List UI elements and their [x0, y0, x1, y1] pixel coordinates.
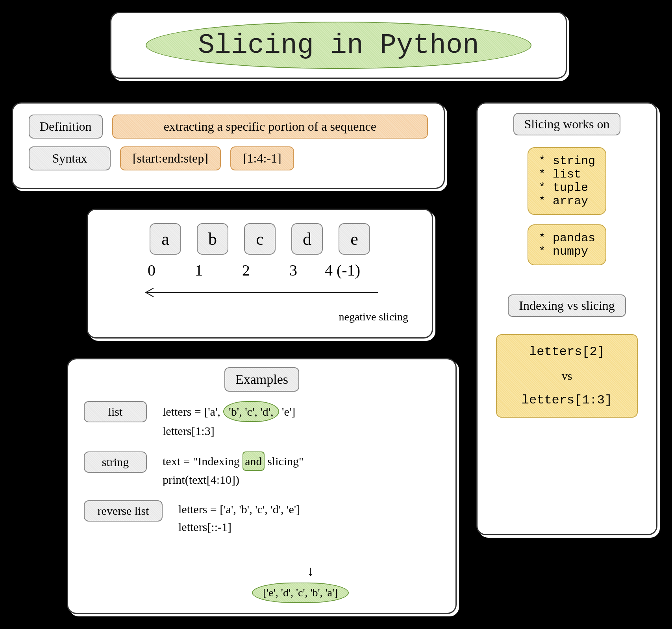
definition-label: Definition: [29, 115, 103, 139]
example-string-code: text = "Indexing and slicing" print(text…: [163, 451, 304, 488]
list-highlight: 'b', 'c', 'd',: [223, 401, 279, 422]
syntax-row: Syntax [start:end:step] [1:4:-1]: [29, 146, 428, 170]
down-arrow-icon: ↓: [307, 563, 314, 579]
definition-row: Definition extracting a specific portion…: [29, 115, 428, 139]
works-on-group2: * pandas * numpy: [528, 224, 606, 265]
letters-row: a b c d e: [104, 223, 416, 255]
definition-text: extracting a specific portion of a seque…: [112, 115, 428, 139]
index-cell: 2: [230, 261, 262, 279]
page-title: Slicing in Python: [198, 30, 479, 61]
index-cell: 3: [278, 261, 309, 279]
works-on-group1: * string * list * tuple * array: [528, 147, 606, 215]
title-panel: Slicing in Python: [110, 12, 567, 79]
syntax-pattern: [start:end:step]: [120, 146, 221, 170]
last-index-cell: 4 (-1): [325, 261, 384, 279]
works-on-heading: Slicing works on: [513, 113, 621, 135]
letter-box: d: [291, 223, 323, 255]
definition-panel: Definition extracting a specific portion…: [12, 102, 445, 189]
examples-heading: Examples: [224, 367, 299, 392]
example-string-label: string: [84, 451, 147, 473]
example-reverse-row: reverse list letters = ['a', 'b', 'c', '…: [84, 500, 440, 536]
example-list-code: letters = ['a', 'b', 'c', 'd', 'e'] lett…: [163, 401, 295, 440]
syntax-example: [1:4:-1]: [230, 146, 294, 170]
string-highlight: and: [243, 451, 264, 471]
negative-arrow: [138, 287, 382, 298]
examples-panel: Examples list letters = ['a', 'b', 'c', …: [67, 358, 457, 614]
indexing-vs-heading: Indexing vs slicing: [508, 294, 626, 317]
syntax-label: Syntax: [29, 146, 111, 170]
indexing-vs-box: letters[2] vs letters[1:3]: [496, 334, 638, 418]
reverse-result: ['e', 'd', 'c', 'b', 'a']: [252, 583, 349, 603]
side-panel: Slicing works on * string * list * tuple…: [476, 102, 657, 535]
example-list-label: list: [84, 401, 147, 422]
letter-box: b: [197, 223, 228, 255]
index-cell: 0: [136, 261, 167, 279]
example-string-row: string text = "Indexing and slicing" pri…: [84, 451, 440, 488]
index-demo-panel: a b c d e 0 1 2 3 4 (-1) negative slicin…: [87, 209, 433, 339]
title-ellipse: Slicing in Python: [146, 22, 531, 69]
index-cell: 1: [183, 261, 215, 279]
index-row: 0 1 2 3 4 (-1): [104, 261, 416, 279]
example-list-row: list letters = ['a', 'b', 'c', 'd', 'e']…: [84, 401, 440, 440]
letter-box: a: [150, 223, 181, 255]
example-reverse-code: letters = ['a', 'b', 'c', 'd', 'e'] lett…: [178, 500, 300, 536]
negative-slicing-label: negative slicing: [339, 311, 408, 323]
letter-box: e: [339, 223, 370, 255]
letter-box: c: [244, 223, 276, 255]
example-reverse-label: reverse list: [84, 500, 163, 522]
